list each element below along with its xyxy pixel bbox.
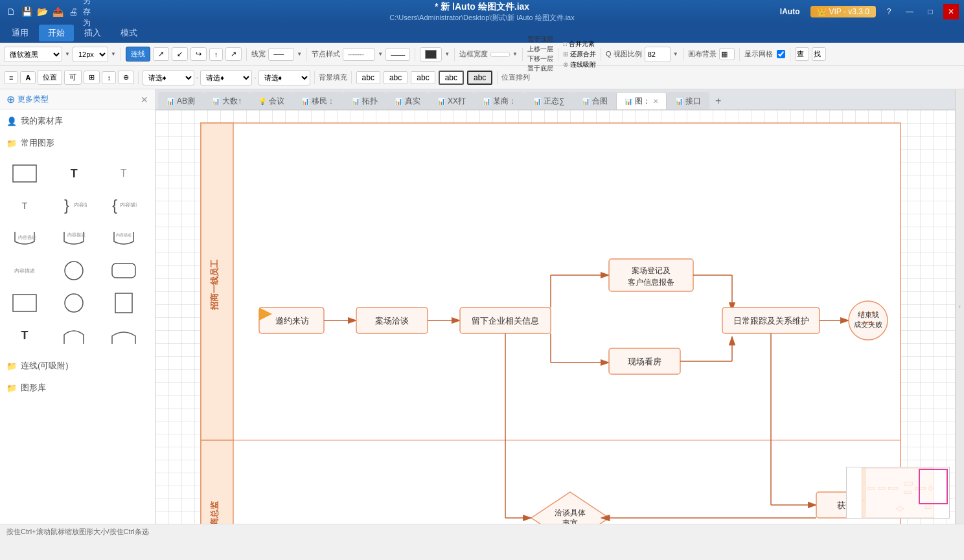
arrow3-button[interactable]: ↪: [190, 47, 207, 61]
open-icon[interactable]: 📂: [36, 6, 48, 17]
shapes-lib-section[interactable]: 📁 图形库: [0, 377, 155, 399]
tab-merchant[interactable]: 📊 某商：: [474, 92, 525, 109]
format-button[interactable]: 可: [64, 70, 82, 85]
abc4-button[interactable]: abc: [439, 71, 464, 85]
menu-general[interactable]: 通用: [3, 25, 38, 41]
shape-curly-right[interactable]: } 内容描述: [54, 192, 93, 220]
tab-add-button[interactable]: +: [709, 92, 728, 110]
shape-circle2[interactable]: [54, 289, 93, 317]
folder-icon: 📁: [6, 139, 17, 148]
shape-rect2[interactable]: [5, 289, 44, 317]
my-library-section[interactable]: 👤 我的素材库: [0, 110, 155, 132]
canvas-area[interactable]: 📊 AB测 📊 大数↑ 💡 会议 📊 移民： 📊 拓扑 📊 真实: [155, 89, 955, 524]
shape-arch2[interactable]: [104, 321, 143, 350]
shape-curly-left[interactable]: { 内容描述: [104, 192, 143, 220]
select3[interactable]: 请选♦: [258, 70, 310, 85]
tab-migration[interactable]: 📊 移民：: [293, 92, 343, 109]
search-button[interactable]: 查: [795, 47, 809, 61]
align-left-button[interactable]: ≡: [4, 71, 18, 84]
select2[interactable]: 请选♦: [200, 70, 252, 85]
arrow2-button[interactable]: ↙: [172, 47, 188, 61]
right-panel-handle[interactable]: ‹: [955, 89, 964, 524]
top-layer-btn[interactable]: 置于顶层: [527, 35, 553, 44]
abc2-button[interactable]: abc: [384, 71, 407, 84]
save-icon[interactable]: 💾: [21, 6, 32, 17]
more-types-label[interactable]: 更多类型: [17, 94, 49, 105]
shape-bracket-down3[interactable]: 内容描述: [104, 224, 143, 252]
up-layer-btn[interactable]: 上移一层: [527, 45, 553, 54]
export-icon[interactable]: 📤: [52, 6, 63, 17]
center-button[interactable]: ⊕: [118, 71, 134, 84]
vip-button[interactable]: 👑 VIP - v3.3.0: [810, 6, 876, 17]
minimize-button[interactable]: —: [902, 4, 917, 19]
border-width-select[interactable]: [490, 52, 510, 57]
shape-text4[interactable]: T: [5, 321, 44, 350]
menu-mode[interactable]: 模式: [111, 25, 146, 41]
node-style-select[interactable]: ········: [343, 48, 375, 61]
close-button[interactable]: ✕: [943, 4, 959, 19]
line-width-select[interactable]: ──: [268, 48, 294, 61]
find-button[interactable]: 找: [812, 47, 826, 61]
tab-interface[interactable]: 📊 接口: [667, 92, 709, 109]
shape-small-text[interactable]: 内容描述: [5, 256, 44, 285]
tab-close-button[interactable]: ✕: [653, 98, 658, 105]
line-solid-button[interactable]: ——: [385, 48, 410, 61]
plus-icon: ⊕: [6, 93, 15, 106]
shape-arch[interactable]: [54, 321, 93, 350]
tab-normal[interactable]: 📊 正态∑: [525, 92, 573, 109]
shape-text3[interactable]: T: [5, 192, 44, 220]
canvas[interactable]: 招商一线员工 招商总监 公司 邀约来访: [155, 110, 955, 524]
tab-topology[interactable]: 📊 拓扑: [343, 92, 386, 109]
abc3-button[interactable]: abc: [411, 71, 435, 84]
shape-rect[interactable]: [5, 159, 44, 188]
saveas-label[interactable]: 另存为: [83, 6, 95, 17]
shape-bracket-down2[interactable]: 内容描述: [54, 224, 93, 252]
down-layer-btn[interactable]: 下移一层: [527, 54, 553, 63]
zoom-input[interactable]: [645, 47, 671, 62]
shape-rounded-rect[interactable]: [104, 256, 143, 285]
svg-rect-82: [925, 506, 931, 508]
help-button[interactable]: ?: [881, 4, 897, 19]
menu-start[interactable]: 开始: [39, 25, 74, 41]
minimap[interactable]: [846, 467, 950, 519]
abc5-button[interactable]: abc: [467, 71, 492, 85]
node-style-arrow: ▼: [378, 51, 383, 57]
shape-rect3[interactable]: [104, 289, 143, 317]
grid-button[interactable]: ⊞: [84, 71, 100, 84]
tab-bigdata[interactable]: 📊 大数↑: [203, 92, 250, 109]
panel-close-button[interactable]: ✕: [141, 95, 148, 105]
arrow1-button[interactable]: ↗: [153, 47, 169, 61]
shape-bracket-down[interactable]: 内容描述: [5, 224, 44, 252]
distribute-button[interactable]: ↕: [102, 71, 116, 84]
tab-combine[interactable]: 📊 合图: [573, 92, 616, 109]
font-size-select[interactable]: 12px: [73, 47, 108, 62]
canvas-bg-button[interactable]: ▦: [719, 48, 735, 60]
tab-diagram[interactable]: 📊 图： ✕: [616, 92, 667, 109]
bottom-layer-btn[interactable]: 置于底层: [527, 64, 553, 73]
select1[interactable]: 请选♦: [143, 70, 194, 85]
common-shapes-section[interactable]: 📁 常用图形: [0, 132, 155, 154]
show-grid-checkbox[interactable]: [777, 50, 785, 58]
tab-real[interactable]: 📊 真实: [386, 92, 429, 109]
position-button[interactable]: 位置: [38, 70, 62, 85]
arrow4-button[interactable]: ↑: [209, 48, 224, 61]
restore-label[interactable]: 还原合并: [570, 50, 596, 59]
shape-circle[interactable]: [54, 256, 93, 285]
arrow5-button[interactable]: ↗: [225, 47, 242, 61]
shape-text[interactable]: T: [54, 159, 93, 188]
connectors-section[interactable]: 📁 连线(可吸附): [0, 355, 155, 377]
font-family-select[interactable]: 微软雅黑: [4, 47, 62, 62]
shape-text2[interactable]: T: [104, 159, 143, 188]
color-select-button[interactable]: [420, 47, 442, 62]
merge-label[interactable]: 合并元素: [569, 39, 595, 49]
line-type-button[interactable]: 连线: [126, 47, 150, 62]
maximize-button[interactable]: □: [923, 4, 938, 19]
text-button[interactable]: A: [20, 71, 36, 84]
abc1-button[interactable]: abc: [356, 71, 380, 84]
print-icon[interactable]: 🖨: [67, 6, 79, 17]
snap-label[interactable]: 连线吸附: [570, 60, 596, 69]
new-icon[interactable]: 🗋: [5, 6, 17, 17]
tab-meeting[interactable]: 💡 会议: [250, 92, 293, 109]
tab-xx[interactable]: 📊 XX打: [429, 92, 474, 109]
tab-ab[interactable]: 📊 AB测: [158, 92, 203, 109]
